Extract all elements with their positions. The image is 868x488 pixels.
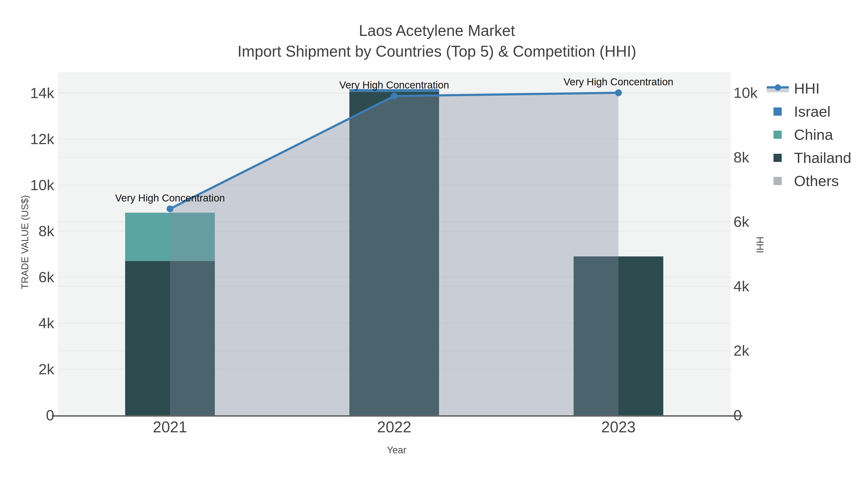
legend-swatch-israel: [767, 105, 789, 118]
y-left-tick-label: 10k: [0, 177, 54, 193]
legend-color-square-icon: [774, 177, 782, 185]
y-right-tick-label: 4k: [734, 279, 749, 294]
y-left-tick-label: 0: [0, 408, 54, 423]
legend-item-china[interactable]: China: [767, 128, 833, 141]
y-left-tick-label: 4k: [0, 316, 54, 331]
legend-swatch-hhi: [767, 82, 789, 95]
legend-color-square-icon: [774, 131, 782, 139]
y-right-tick-label: 10k: [734, 85, 757, 100]
hhi-marker-2022: [391, 93, 398, 99]
legend-item-others[interactable]: Others: [767, 174, 839, 188]
y-right-tick-label: 0: [734, 408, 742, 423]
legend-item-thailand[interactable]: Thailand: [767, 151, 851, 165]
annotation-very-high-concentration: Very High Concentration: [115, 193, 225, 203]
legend-label: Others: [794, 173, 839, 189]
legend-label: Israel: [794, 104, 831, 119]
y-left-tick-label: 14k: [0, 86, 54, 100]
legend-label: HHI: [794, 81, 820, 96]
hhi-marker-2023: [615, 89, 622, 96]
legend-label: China: [794, 127, 833, 142]
chart-title-line2: Import Shipment by Countries (Top 5) & C…: [238, 44, 636, 59]
annotation-very-high-concentration: Very High Concentration: [563, 77, 673, 87]
legend-swatch-china: [767, 128, 789, 141]
hhi-marker-2021: [166, 205, 173, 212]
x-tick-label: 2021: [153, 419, 187, 435]
y-left-tick-label: 2k: [0, 362, 54, 377]
x-tick-label: 2022: [377, 419, 411, 435]
x-tick-label: 2023: [601, 419, 636, 435]
y-right-tick-label: 6k: [734, 214, 749, 229]
chart-title-line1: Laos Acetylene Market: [359, 23, 515, 38]
legend-color-square-icon: [774, 107, 782, 116]
legend-item-israel[interactable]: Israel: [767, 105, 831, 118]
legend-swatch-thailand: [767, 151, 789, 165]
annotation-very-high-concentration: Very High Concentration: [339, 80, 449, 90]
legend-label: Thailand: [794, 151, 851, 165]
hhi-marker-sample-icon: [775, 84, 781, 91]
legend-swatch-others: [767, 174, 789, 188]
y-right-axis-title: HHI: [755, 237, 765, 253]
y-left-tick-label: 8k: [0, 224, 54, 238]
y-left-tick-label: 12k: [0, 132, 54, 147]
y-right-tick-label: 8k: [734, 150, 749, 165]
legend-color-square-icon: [774, 154, 782, 162]
y-right-tick-label: 2k: [734, 343, 749, 358]
legend-item-hhi[interactable]: HHI: [767, 82, 820, 95]
x-axis-title: Year: [387, 445, 406, 455]
y-left-tick-label: 6k: [0, 270, 54, 285]
